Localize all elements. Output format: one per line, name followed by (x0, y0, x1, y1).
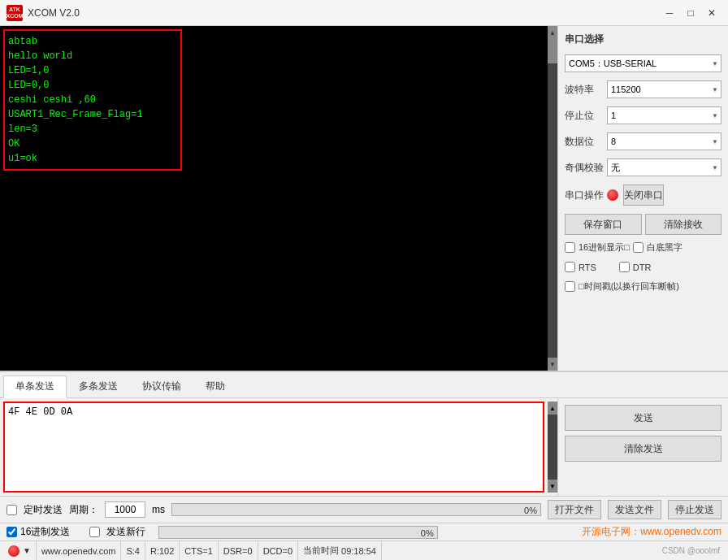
baudrate-select-wrapper: 115200 (607, 80, 722, 98)
input-scrollbar: ▲ ▼ (548, 402, 557, 493)
terminal-output[interactable]: abtab hello world LED=1,0 LED=0,0 ceshi … (0, 26, 557, 371)
port-row: COM5：USB-SERIAL (565, 54, 722, 72)
tab-help[interactable]: 帮助 (193, 376, 237, 397)
status-csdn-item: CSDN @ooolmf (382, 541, 725, 560)
status-cts: CTS=1 (184, 546, 213, 556)
input-scroll-up[interactable]: ▲ (548, 402, 557, 415)
terminal-area: abtab hello world LED=1,0 LED=0,0 ceshi … (0, 26, 557, 371)
minimize-button[interactable]: ─ (660, 5, 679, 21)
status-s-item: S:4 (121, 541, 145, 560)
tab-single-send[interactable]: 单条发送 (3, 376, 67, 398)
timer-row: □时间戳(以换行回车断帧) (565, 280, 722, 293)
input-scroll-down[interactable]: ▼ (548, 480, 557, 493)
hex-send-checkbox[interactable] (6, 527, 17, 537)
rts-dtr-row: RTS DTR (565, 262, 722, 272)
progress-bar: 0% (171, 503, 541, 516)
status-s-count: S:4 (126, 546, 140, 556)
port-section-title: 串口选择 (565, 33, 722, 46)
open-file-button[interactable]: 打开文件 (548, 500, 601, 519)
status-time-value: 09:18:54 (341, 546, 376, 556)
save-clear-row: 保存窗口 清除接收 (565, 214, 722, 235)
send-button[interactable]: 发送 (565, 405, 722, 431)
app-icon: ATKXCOM (6, 5, 23, 21)
bottom-options: 定时发送 周期： ms 0% 打开文件 发送文件 停止发送 (0, 496, 728, 523)
terminal-scrollbar[interactable]: ▲ ▼ (548, 26, 557, 371)
port-status-dot (607, 189, 618, 201)
status-r-count: R:102 (150, 546, 174, 556)
rts-checkbox[interactable] (565, 262, 575, 272)
status-dcd-item: DCD=0 (258, 541, 298, 560)
stopbits-row: 停止位 1 (565, 106, 722, 124)
status-cts-item: CTS=1 (180, 541, 219, 560)
status-url-item: www.openedv.com (37, 541, 122, 560)
timer-label: □时间戳(以换行回车断帧) (578, 280, 679, 293)
dtr-checkbox[interactable] (619, 262, 630, 272)
right-panel: 串口选择 COM5：USB-SERIAL 波特率 115200 (557, 26, 728, 371)
hex-progress-text: 0% (421, 527, 434, 540)
period-label: 周期： (69, 503, 98, 517)
close-port-button[interactable]: 关闭串口 (623, 184, 664, 206)
orange-link: 开源电子网：www.openedv.com (582, 526, 722, 537)
hex-send-group: 16进制发送 (6, 525, 70, 539)
timed-send-checkbox[interactable] (6, 505, 17, 515)
parity-select-wrapper: 无 (607, 158, 722, 176)
title-bar: ATKXCOM XCOM V2.0 ─ □ ✕ (0, 0, 728, 26)
hex-newline-row: 16进制发送 发送新行 0% 开源电子网：www.openedv.com (0, 523, 728, 540)
baudrate-label: 波特率 (565, 83, 604, 97)
hex-display-label: 16进制显示□ (578, 241, 630, 254)
send-file-button[interactable]: 发送文件 (608, 500, 661, 519)
baudrate-select[interactable]: 115200 (607, 80, 722, 98)
progress-text: 0% (524, 504, 537, 517)
tab-multi-send[interactable]: 多条发送 (67, 376, 130, 397)
hex-display-row: 16进制显示□ 白底黑字 (565, 241, 722, 254)
clear-send-button[interactable]: 清除发送 (565, 436, 722, 462)
newline-checkbox[interactable] (89, 527, 100, 537)
status-dsr: DSR=0 (223, 546, 253, 556)
port-select-wrapper: COM5：USB-SERIAL (565, 54, 722, 72)
terminal-highlight-box: abtab hello world LED=1,0 LED=0,0 ceshi … (3, 29, 182, 171)
orange-link-container: 开源电子网：www.openedv.com (444, 525, 722, 539)
stopbits-label: 停止位 (565, 109, 604, 123)
input-section: 4F 4E 0D 0A ▲ ▼ 发送 清除发送 (0, 398, 728, 496)
period-input[interactable] (105, 501, 145, 518)
status-dcd: DCD=0 (263, 546, 292, 556)
maximize-button[interactable]: □ (681, 5, 700, 21)
send-text-input[interactable]: 4F 4E 0D 0A (3, 402, 544, 493)
close-button[interactable]: ✕ (702, 5, 722, 21)
tab-protocol[interactable]: 协议传输 (130, 376, 193, 397)
stopbits-select[interactable]: 1 (607, 106, 722, 124)
timer-checkbox[interactable] (565, 281, 575, 292)
parity-select[interactable]: 无 (607, 158, 722, 176)
port-select[interactable]: COM5：USB-SERIAL (565, 54, 722, 72)
clear-receive-button[interactable]: 清除接收 (645, 214, 722, 235)
input-main: 4F 4E 0D 0A (0, 398, 548, 496)
hex-display-checkbox[interactable] (565, 242, 575, 253)
scroll-up-button[interactable]: ▲ (548, 26, 557, 39)
databits-label: 数据位 (565, 135, 604, 149)
dtr-label: DTR (633, 263, 652, 272)
status-indicator (8, 545, 20, 557)
newline-label: 发送新行 (106, 525, 145, 539)
port-operation-control: 关闭串口 (607, 184, 664, 206)
port-operation-row: 串口操作 关闭串口 (565, 184, 722, 206)
databits-select[interactable]: 8 (607, 132, 722, 150)
scroll-thumb[interactable] (548, 39, 557, 63)
hex-progress-bar: 0% (158, 526, 437, 539)
status-time-label: 当前时间 (303, 545, 339, 557)
rts-label: RTS (578, 263, 596, 272)
scroll-down-button[interactable]: ▼ (548, 358, 557, 371)
tab-bar: 单条发送 多条发送 协议传输 帮助 (0, 372, 728, 398)
window-controls: ─ □ ✕ (660, 5, 722, 21)
status-bar: ▼ www.openedv.com S:4 R:102 CTS=1 DSR=0 … (0, 540, 728, 560)
parity-row: 奇偶校验 无 (565, 158, 722, 176)
hex-send-label: 16进制发送 (20, 525, 70, 539)
bottom-section: 单条发送 多条发送 协议传输 帮助 4F 4E 0D 0A ▲ ▼ 发送 清除发… (0, 371, 728, 540)
status-circle-item: ▼ (3, 541, 37, 560)
input-scroll-track (548, 415, 557, 480)
stop-send-button[interactable]: 停止发送 (668, 500, 722, 519)
status-dsr-item: DSR=0 (219, 541, 258, 560)
stopbits-select-wrapper: 1 (607, 106, 722, 124)
save-window-button[interactable]: 保存窗口 (565, 214, 642, 235)
white-black-checkbox[interactable] (633, 242, 644, 253)
app-title: XCOM V2.0 (28, 7, 660, 19)
